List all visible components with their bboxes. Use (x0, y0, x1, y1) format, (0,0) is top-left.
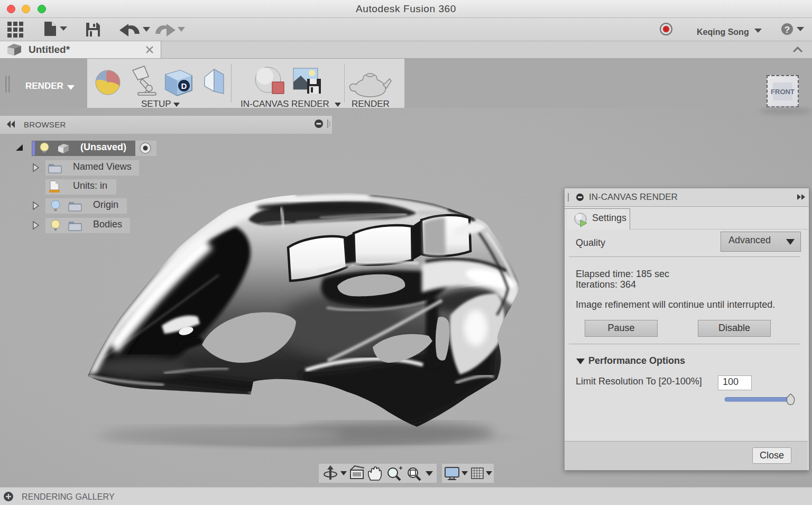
svg-text:D: D (181, 81, 187, 90)
svg-text:?: ? (785, 25, 790, 35)
